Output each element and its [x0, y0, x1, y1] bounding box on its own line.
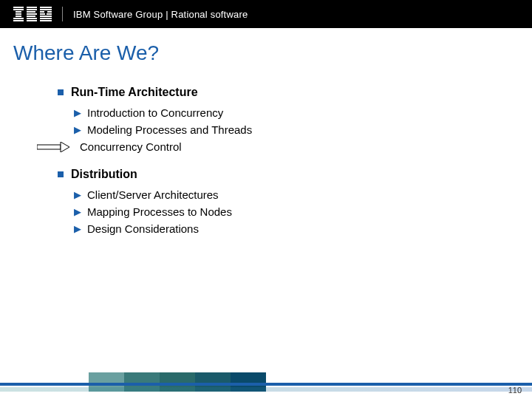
section-heading-text: Distribution [71, 168, 137, 181]
arrow-bullet-icon: ▶ [74, 190, 81, 200]
svg-rect-24 [37, 145, 61, 149]
square-bullet-icon [58, 89, 64, 95]
svg-rect-13 [47, 13, 52, 15]
sub-list: ▶ Client/Server Architectures ▶ Mapping … [74, 188, 532, 235]
arrow-bullet-icon: ▶ [74, 224, 81, 233]
arrow-bullet-icon: ▶ [74, 108, 81, 117]
svg-rect-6 [16, 11, 21, 13]
header-divider [62, 7, 63, 21]
svg-rect-9 [47, 11, 52, 13]
list-item: ▶ Client/Server Architectures [74, 188, 532, 201]
svg-rect-20 [40, 18, 52, 19]
svg-rect-18 [13, 18, 24, 19]
svg-rect-4 [27, 9, 37, 10]
footer-stripe-light [0, 387, 532, 392]
page-number: 110 [508, 386, 522, 395]
list-item: ▶ Design Considerations [74, 222, 532, 235]
svg-rect-22 [27, 20, 37, 21]
list-item: ▶ Mapping Processes to Nodes [74, 205, 532, 218]
footer-stripe [0, 383, 532, 386]
svg-rect-5 [40, 9, 52, 10]
svg-rect-12 [40, 13, 45, 15]
svg-rect-23 [40, 20, 52, 21]
section-heading: Distribution [58, 168, 532, 181]
list-item: ▶ Introduction to Concurrency [74, 106, 532, 119]
list-item-label: Concurrency Control [80, 140, 182, 153]
svg-rect-16 [40, 16, 46, 17]
svg-rect-8 [40, 11, 44, 13]
list-item-label: Modeling Processes and Threads [87, 123, 252, 136]
svg-rect-15 [27, 16, 35, 17]
slide-title: Where Are We? [0, 28, 532, 81]
list-item-label: Client/Server Architectures [87, 188, 219, 201]
svg-marker-25 [61, 142, 69, 152]
section-heading-text: Run-Time Architecture [71, 86, 198, 99]
svg-rect-10 [16, 13, 21, 15]
list-item-current: Concurrency Control [74, 140, 532, 153]
svg-rect-0 [13, 7, 24, 8]
ibm-logo [13, 7, 52, 21]
section-heading: Run-Time Architecture [58, 86, 532, 99]
square-bullet-icon [58, 171, 64, 177]
footer: 110 [0, 369, 532, 399]
list-item-label: Introduction to Concurrency [87, 106, 223, 119]
list-item-label: Mapping Processes to Nodes [87, 205, 232, 218]
svg-rect-17 [46, 16, 52, 17]
svg-rect-2 [40, 7, 52, 8]
svg-rect-11 [27, 13, 37, 15]
svg-rect-19 [27, 18, 37, 19]
arrow-bullet-icon: ▶ [74, 125, 81, 134]
svg-rect-1 [27, 7, 37, 8]
svg-rect-3 [13, 9, 24, 10]
svg-rect-14 [16, 16, 21, 17]
sub-list: ▶ Introduction to Concurrency ▶ Modeling… [74, 106, 532, 153]
current-topic-arrow-icon [37, 142, 69, 152]
svg-rect-7 [27, 11, 35, 13]
slide-body: Run-Time Architecture ▶ Introduction to … [0, 86, 532, 235]
arrow-bullet-icon: ▶ [74, 207, 81, 216]
svg-rect-21 [13, 20, 24, 21]
header-bar: IBM Software Group | Rational software [0, 0, 532, 28]
list-item: ▶ Modeling Processes and Threads [74, 123, 532, 136]
list-item-label: Design Considerations [87, 222, 199, 235]
header-text: IBM Software Group | Rational software [73, 9, 248, 20]
